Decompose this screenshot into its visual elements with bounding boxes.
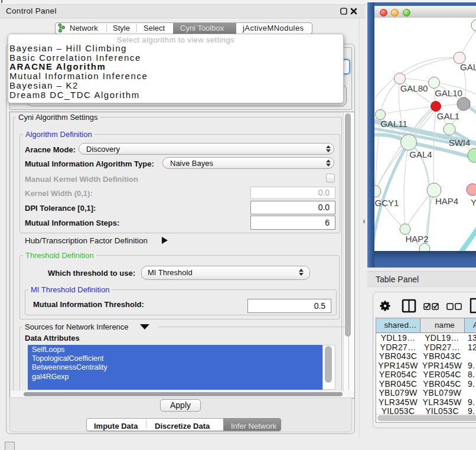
svg-text:SWI4: SWI4 [449, 138, 471, 148]
svg-text:Y: Y [471, 197, 476, 207]
svg-text:GAL11: GAL11 [380, 119, 407, 129]
svg-text:GAL80: GAL80 [400, 83, 428, 93]
svg-text:GAL1: GAL1 [437, 111, 459, 121]
svg-text:GAL10: GAL10 [435, 88, 462, 98]
svg-text:GAL2: GAL2 [460, 62, 476, 72]
svg-text:HAP4: HAP4 [435, 196, 458, 206]
svg-text:GCY1: GCY1 [375, 198, 399, 208]
svg-text:HAP2: HAP2 [405, 234, 428, 244]
svg-text:GAL4: GAL4 [409, 149, 432, 159]
